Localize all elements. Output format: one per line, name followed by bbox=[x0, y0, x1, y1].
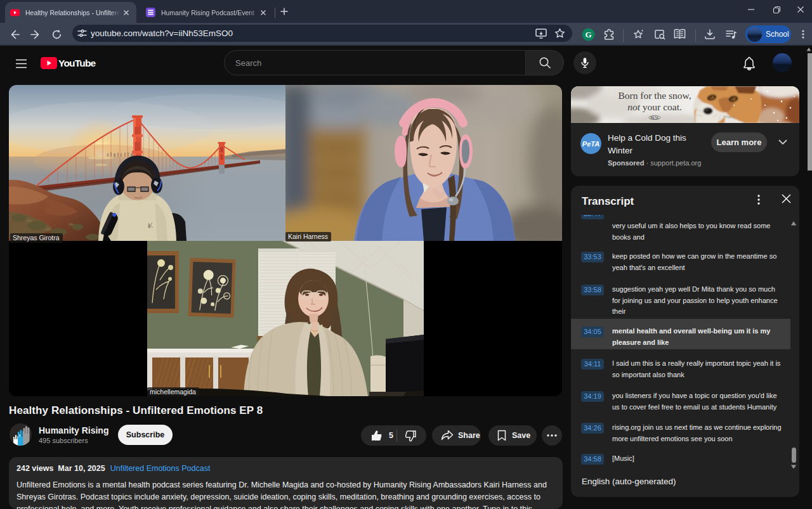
svg-text:Born for the snow,: Born for the snow, bbox=[618, 90, 691, 101]
svg-text:PETA: PETA bbox=[651, 116, 659, 120]
svg-text:not your coat.: not your coat. bbox=[627, 101, 682, 112]
svg-text:G: G bbox=[585, 30, 591, 39]
